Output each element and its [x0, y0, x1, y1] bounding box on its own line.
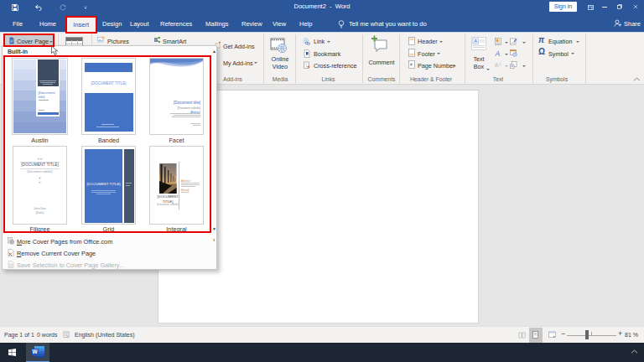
svg-text:A: A	[474, 39, 477, 44]
svg-text:#: #	[410, 62, 413, 67]
svg-text:A: A	[495, 62, 499, 68]
svg-text:A: A	[495, 49, 501, 57]
